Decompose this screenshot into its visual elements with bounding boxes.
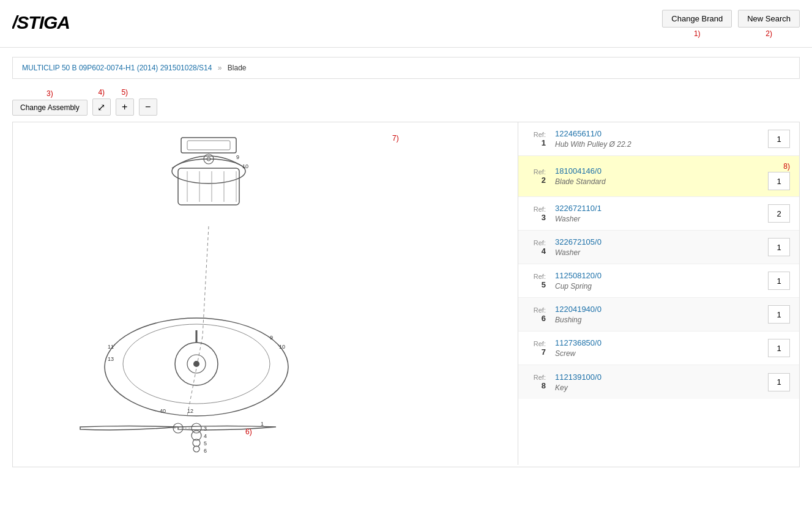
svg-text:3: 3: [204, 426, 207, 432]
part-name: Cup Spring: [555, 282, 592, 291]
part-number-link[interactable]: 322672110/1: [555, 204, 762, 213]
fullscreen-button[interactable]: ⤢: [92, 98, 111, 116]
ref-label: Ref:: [527, 340, 546, 347]
svg-text:10: 10: [279, 344, 285, 350]
ref-number: 1: [527, 138, 546, 147]
part-number-link[interactable]: 322672105/0: [555, 237, 762, 246]
part-ref: Ref: 8: [527, 374, 546, 390]
part-row: Ref: 5 112508120/0 Cup Spring: [518, 264, 799, 298]
part-name: Blade Standard: [555, 177, 606, 186]
svg-text:6: 6: [204, 448, 207, 454]
part-info: 122041940/0 Bushing: [555, 305, 762, 324]
ref-label: Ref:: [527, 131, 546, 138]
toolbar-zoom-in: 5) +: [116, 88, 134, 116]
change-brand-group: Change Brand 1): [662, 10, 732, 38]
part-info: 322672110/1 Washer: [555, 204, 762, 223]
part-qty-col: [768, 339, 790, 357]
qty-input[interactable]: [768, 204, 790, 223]
breadcrumb-link[interactable]: MULTICLIP 50 B 09P602-0074-H1 (2014) 291…: [22, 64, 212, 72]
svg-point-1: [172, 159, 245, 183]
toolbar-label-4: 4): [98, 88, 105, 97]
part-row: Ref: 8 112139100/0 Key: [518, 365, 799, 399]
change-assembly-button[interactable]: Change Assembly: [12, 100, 88, 116]
part-ref: Ref: 2: [527, 168, 546, 185]
new-search-annotation: 2): [765, 29, 772, 38]
part-name: Hub With Pulley Ø 22.2: [555, 140, 631, 149]
part-info: 112139100/0 Key: [555, 372, 762, 392]
zoom-in-button[interactable]: +: [116, 98, 134, 116]
svg-text:/STIGA: /STIGA: [12, 12, 70, 32]
qty-input[interactable]: [768, 272, 790, 290]
new-search-button[interactable]: New Search: [738, 10, 800, 28]
breadcrumb-separator: »: [218, 64, 222, 72]
diagram-area: 9 10 11 13 10: [13, 122, 518, 467]
part-name: Washer: [555, 248, 580, 257]
part-number-link[interactable]: 112139100/0: [555, 372, 762, 382]
header-buttons: Change Brand 1) New Search 2): [662, 10, 800, 38]
part-number-link[interactable]: 122465611/0: [555, 129, 762, 138]
part-row: Ref: 7 112736850/0 Screw: [518, 332, 799, 365]
part-info: 181004146/0 Blade Standard: [555, 166, 762, 186]
diagram-annotation-6: 6): [245, 428, 252, 436]
svg-text:10: 10: [242, 163, 248, 169]
part-qty-col: [768, 238, 790, 256]
part-number-link[interactable]: 112736850/0: [555, 338, 762, 347]
ref-number: 7: [527, 347, 546, 357]
part-number-link[interactable]: 122041940/0: [555, 305, 762, 314]
svg-text:40: 40: [160, 408, 166, 414]
parts-panel: Ref: 1 122465611/0 Hub With Pulley Ø 22.…: [518, 122, 799, 465]
toolbar-zoom-out: −: [139, 97, 157, 116]
breadcrumb: MULTICLIP 50 B 09P602-0074-H1 (2014) 291…: [12, 57, 800, 79]
part-qty-col: [768, 373, 790, 391]
qty-input[interactable]: [768, 339, 790, 357]
svg-line-14: [203, 226, 209, 336]
part-row: Ref: 3 322672110/1 Washer: [518, 197, 799, 231]
part-number-link[interactable]: 112508120/0: [555, 271, 762, 280]
toolbar-fullscreen: 4) ⤢: [92, 88, 111, 116]
change-brand-annotation: 1): [694, 29, 701, 38]
main-content: 9 10 11 13 10: [12, 122, 800, 467]
svg-text:1: 1: [261, 421, 264, 427]
ref-label: Ref:: [527, 168, 546, 176]
breadcrumb-current: Blade: [228, 64, 247, 72]
part-name: Washer: [555, 215, 580, 223]
ref-label: Ref:: [527, 206, 546, 213]
toolbar-label-3: 3): [47, 89, 53, 98]
zoom-out-button[interactable]: −: [139, 98, 157, 116]
part-qty-col: [768, 272, 790, 290]
part-row: Ref: 6 122041940/0 Bushing: [518, 298, 799, 332]
ref-number: 3: [527, 213, 546, 222]
part-name: Screw: [555, 349, 575, 358]
ref-number: 5: [527, 280, 546, 289]
ref-label: Ref:: [527, 374, 546, 381]
ref-number: 4: [527, 246, 546, 256]
part-row: Ref: 2 181004146/0 Blade Standard 8): [518, 156, 799, 197]
svg-rect-8: [181, 138, 236, 153]
parts-diagram: 9 10 11 13 10: [13, 122, 441, 465]
toolbar: 3) Change Assembly 4) ⤢ 5) + −: [12, 88, 800, 116]
qty-annotation: 8): [768, 162, 790, 171]
qty-input[interactable]: [768, 238, 790, 256]
part-info: 322672105/0 Washer: [555, 237, 762, 257]
qty-input[interactable]: [768, 305, 790, 324]
part-qty-col: [768, 204, 790, 223]
ref-number: 2: [527, 176, 546, 185]
part-qty-col: 8): [768, 162, 790, 190]
svg-text:11: 11: [108, 344, 114, 350]
part-ref: Ref: 4: [527, 239, 546, 256]
svg-line-15: [187, 336, 203, 416]
svg-text:9: 9: [236, 154, 239, 160]
part-name: Key: [555, 383, 568, 392]
qty-input[interactable]: [768, 172, 790, 190]
ref-label: Ref:: [527, 273, 546, 280]
qty-input[interactable]: [768, 130, 790, 148]
part-number-link[interactable]: 181004146/0: [555, 166, 762, 176]
change-brand-button[interactable]: Change Brand: [662, 10, 732, 28]
qty-input[interactable]: [768, 373, 790, 391]
part-ref: Ref: 6: [527, 306, 546, 323]
part-ref: Ref: 1: [527, 131, 546, 147]
svg-text:13: 13: [108, 356, 114, 362]
svg-text:4: 4: [204, 433, 207, 439]
ref-number: 8: [527, 381, 546, 390]
svg-rect-9: [187, 141, 230, 150]
